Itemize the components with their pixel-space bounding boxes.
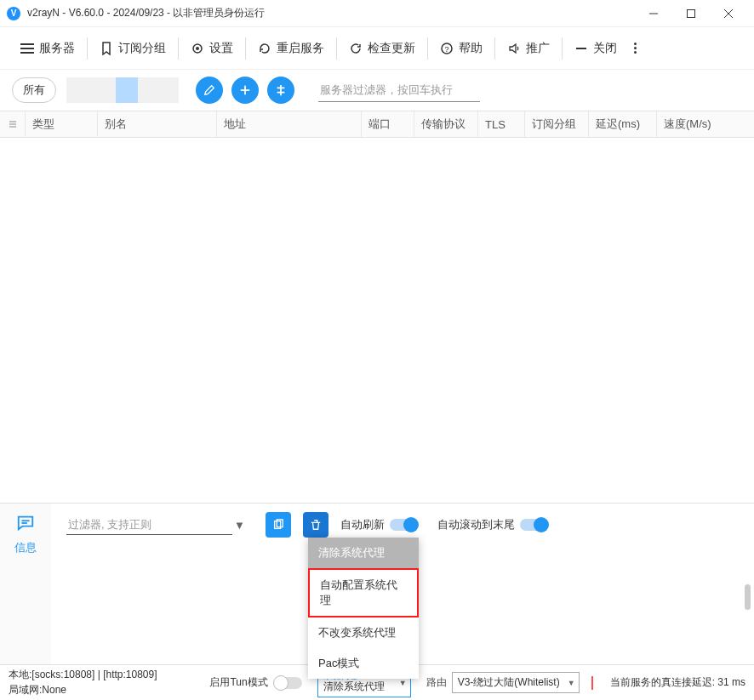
separator [87,37,88,60]
col-address[interactable]: 地址 [217,111,362,137]
settings-label: 设置 [209,41,233,56]
close-button[interactable] [710,1,747,26]
proxy-mode-popup: 清除系统代理 自动配置系统代理 不改变系统代理 Pac模式 [308,538,419,679]
tun-toggle[interactable] [275,677,302,689]
list-icon [20,42,34,55]
copy-button[interactable] [266,512,291,538]
caret-down-icon[interactable]: ▼ [234,519,245,532]
servers-menu[interactable]: 服务器 [12,36,83,61]
subscription-label: 订阅分组 [118,41,166,56]
copy-icon [272,519,284,531]
auto-refresh-toggle[interactable] [390,519,417,531]
col-speed[interactable]: 速度(M/s) [657,111,754,137]
subscription-menu[interactable]: 订阅分组 [91,36,174,61]
col-latency[interactable]: 延迟(ms) [589,111,657,137]
split-icon [275,84,287,96]
overflow-menu-button[interactable] [625,37,645,59]
help-icon: ? [440,42,454,55]
plus-icon [239,84,251,96]
table-header: 类型 别名 地址 端口 传输协议 TLS 订阅分组 延迟(ms) 速度(M/s) [0,111,754,138]
speaker-icon [507,42,521,55]
status-lan: 局域网:None [9,683,157,697]
add-button[interactable] [231,77,259,104]
trash-icon [310,519,322,531]
scrollbar[interactable] [745,584,751,610]
svg-rect-5 [20,48,34,49]
col-tls[interactable]: TLS [478,111,525,137]
log-filter-input[interactable] [66,515,232,535]
sub-selector[interactable] [66,77,179,103]
separator [245,37,246,60]
info-tab[interactable]: 信息 [0,504,51,664]
separator [178,37,179,60]
restart-label: 重启服务 [277,41,324,56]
col-type[interactable]: 类型 [26,111,98,137]
svg-text:?: ? [444,45,448,54]
window-title: v2rayN - V6.60.0 - 2024/09/23 - 以非管理员身份运… [27,6,635,20]
help-label: 帮助 [459,41,483,56]
tun-label: 启用Tun模式 [209,675,267,690]
info-tab-label: 信息 [14,540,37,555]
separator [494,37,495,60]
pencil-icon [203,84,215,96]
auto-scroll-toggle[interactable] [520,519,547,531]
svg-rect-6 [20,52,34,54]
svg-rect-1 [688,9,695,17]
svg-point-8 [196,47,199,50]
route-combo-value: V3-绕过大陆(Whitelist) [458,676,560,688]
chevron-down-icon: ▼ [399,679,407,687]
status-latency: 当前服务的真连接延迟: 31 ms [610,675,745,690]
server-filter-input[interactable] [318,78,480,102]
proxy-auto-item[interactable]: 自动配置系统代理 [308,568,419,617]
titlebar: V v2rayN - V6.60.0 - 2024/09/23 - 以非管理员身… [0,0,754,27]
restart-button[interactable]: 重启服务 [249,36,333,61]
edit-button[interactable] [196,77,223,104]
col-transport[interactable]: 传输协议 [414,111,478,137]
route-label: 路由 [426,675,447,690]
separator [427,37,428,60]
promote-label: 推广 [526,41,550,56]
auto-scroll-label: 自动滚动到末尾 [437,517,515,532]
minimize-button[interactable] [635,1,672,26]
check-update-button[interactable]: 检查更新 [340,36,424,61]
close-label: 关闭 [593,41,617,56]
route-combo[interactable]: V3-绕过大陆(Whitelist) ▼ [452,672,580,693]
col-alias[interactable]: 别名 [98,111,217,137]
app-logo-icon: V [7,7,20,20]
proxy-clear-item[interactable]: 清除系统代理 [308,538,419,568]
all-filter-button[interactable]: 所有 [12,77,56,103]
message-icon [16,514,35,535]
proxy-nochange-item[interactable]: 不改变系统代理 [308,617,419,648]
settings-menu[interactable]: 设置 [182,36,242,61]
status-local: 本地:[socks:10808] | [http:10809] [9,668,157,682]
col-subgroup[interactable]: 订阅分组 [525,111,589,137]
close-menu[interactable]: 关闭 [566,36,625,61]
bookmark-icon [100,42,113,55]
proxy-combo-value: 清除系统代理 [323,680,385,692]
auto-refresh-label: 自动刷新 [340,517,385,532]
check-update-label: 检查更新 [368,41,415,56]
col-port[interactable]: 端口 [362,111,414,137]
server-table-body[interactable] [0,138,754,503]
servers-label: 服务器 [39,41,75,56]
gear-icon [191,42,204,55]
separator [562,37,563,60]
proxy-pac-item[interactable]: Pac模式 [308,648,419,679]
share-button[interactable] [267,77,294,104]
help-menu[interactable]: ? 帮助 [431,36,491,61]
svg-rect-4 [20,43,34,45]
refresh-icon [349,42,363,55]
separator [336,37,337,60]
promote-menu[interactable]: 推广 [499,36,558,61]
filter-bar: 所有 [0,70,754,111]
dash-icon [574,42,588,55]
delete-button[interactable] [303,512,328,538]
drag-handle-column[interactable] [0,111,26,137]
reload-icon [258,42,271,55]
latency-indicator-icon [591,676,593,690]
main-toolbar: 服务器 订阅分组 设置 重启服务 检查更新 ? 帮助 推广 关闭 [0,27,754,70]
maximize-button[interactable] [672,1,710,26]
chevron-down-icon: ▼ [568,679,575,687]
